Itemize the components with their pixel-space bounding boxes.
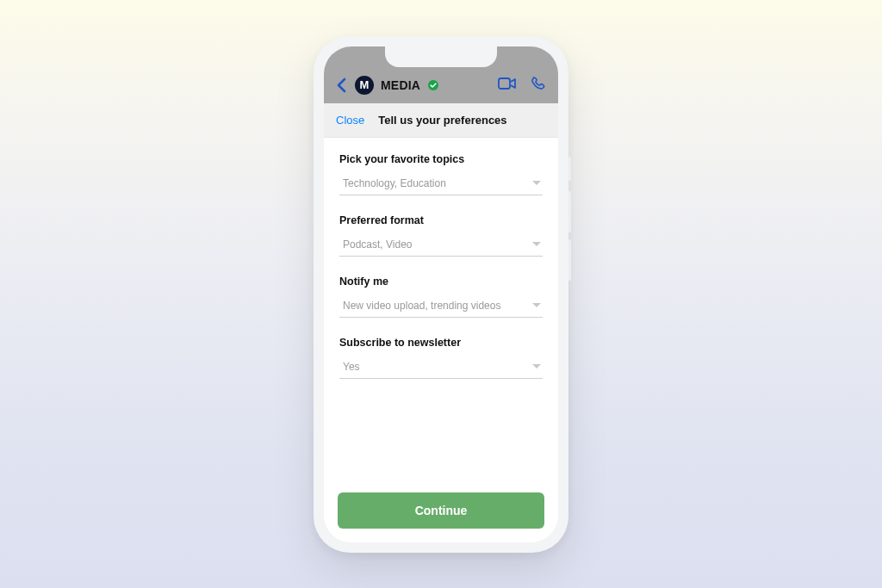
phone-frame: M MEDIA Close Tell us your preferences P… [314,36,568,553]
chevron-down-icon [532,181,541,185]
field-label: Pick your favorite topics [339,153,543,165]
brand-name: MEDIA [381,78,420,92]
field-newsletter: Subscribe to newsletter Yes [339,337,543,379]
select-value: Technology, Education [343,177,446,189]
brand-letter: M [360,78,370,91]
select-topics[interactable]: Technology, Education [339,174,543,195]
phone-call-icon[interactable] [531,76,546,95]
field-label: Notify me [339,275,543,288]
modal-header: Close Tell us your preferences [324,103,558,138]
select-notify[interactable]: New video upload, trending videos [339,296,543,318]
chevron-down-icon [532,364,541,368]
field-label: Subscribe to newsletter [339,337,543,349]
notch [385,46,497,67]
field-label: Preferred format [339,214,543,226]
select-value: Yes [343,361,360,373]
side-button [568,191,571,232]
svg-rect-1 [499,78,510,89]
select-value: New video upload, trending videos [343,300,500,312]
form: Pick your favorite topics Technology, Ed… [324,138,558,479]
field-format: Preferred format Podcast, Video [339,214,543,257]
field-topics: Pick your favorite topics Technology, Ed… [339,153,543,195]
back-icon[interactable] [336,77,348,93]
side-button [568,239,571,281]
chevron-down-icon [532,242,541,246]
select-format[interactable]: Podcast, Video [339,235,543,257]
modal-title: Tell us your preferences [378,114,506,127]
footer: Continue [324,479,558,542]
video-call-icon[interactable] [498,77,517,94]
continue-button[interactable]: Continue [338,492,544,529]
close-button[interactable]: Close [336,114,364,127]
select-newsletter[interactable]: Yes [339,357,543,379]
side-button [568,157,571,181]
verified-icon [427,79,439,91]
select-value: Podcast, Video [343,238,413,251]
brand-avatar: M [355,76,374,95]
screen: M MEDIA Close Tell us your preferences P… [324,46,558,542]
chevron-down-icon [532,303,541,307]
field-notify: Notify me New video upload, trending vid… [339,275,543,318]
